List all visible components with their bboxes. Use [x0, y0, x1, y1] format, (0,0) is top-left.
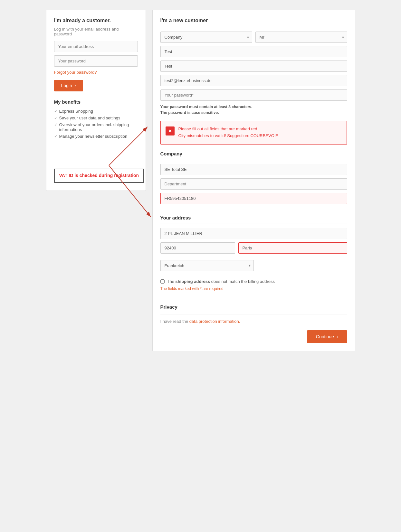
customer-type-select[interactable]: Company Private: [160, 32, 252, 43]
privacy-text: I have read the data protection informat…: [160, 319, 347, 324]
continue-label: Continue: [316, 334, 334, 339]
customer-type-row: Company Private ▾ Mr Mrs ▾: [160, 32, 347, 43]
email-input[interactable]: [54, 41, 138, 52]
check-icon: ✓: [54, 116, 57, 120]
list-item: ✓ Express Shopping: [54, 108, 138, 115]
error-line1: Please fill out all fields that are mark…: [178, 126, 279, 133]
department-input[interactable]: [160, 178, 347, 190]
svg-line-3: [109, 165, 151, 217]
benefit-4: Manage your newsletter subscription: [59, 134, 128, 139]
shipping-address-row: The shipping address does not match the …: [160, 279, 347, 284]
privacy-section: Privacy I have read the data protection …: [160, 299, 347, 343]
check-icon: ✓: [54, 134, 57, 139]
error-icon: ✕: [166, 126, 175, 135]
forgot-password-link[interactable]: Forgot your password?: [54, 70, 138, 75]
privacy-pre: I have read the: [160, 319, 189, 324]
login-button[interactable]: Login ›: [54, 80, 83, 91]
street-input[interactable]: [160, 228, 347, 239]
company-section: Company: [160, 151, 347, 207]
error-messages: Please fill out all fields that are mark…: [178, 126, 279, 139]
company-section-title: Company: [160, 151, 347, 159]
list-item: ✓ Overview of your orders incl. shipping…: [54, 121, 138, 133]
benefits-section: My benefits ✓ Express Shopping ✓ Save yo…: [54, 99, 138, 140]
benefit-1: Express Shopping: [59, 109, 93, 114]
customer-type-wrapper: Company Private ▾: [160, 32, 252, 43]
country-select[interactable]: Frankreich Deutschland Österreich: [160, 260, 254, 271]
benefit-3: Overview of your orders incl. shipping i…: [59, 122, 138, 132]
last-name-input[interactable]: [160, 61, 347, 72]
existing-customer-subtitle: Log in with your email address and passw…: [54, 27, 138, 36]
existing-customer-title: I'm already a customer.: [54, 18, 138, 23]
first-name-input[interactable]: [160, 46, 347, 57]
check-icon: ✓: [54, 123, 57, 127]
error-line2: City mismatches to vat id! Suggestion: C…: [178, 133, 279, 139]
vat-id-input[interactable]: [160, 193, 347, 204]
shipping-address-checkbox[interactable]: [160, 279, 165, 284]
country-wrapper: Frankreich Deutschland Österreich ▾: [160, 260, 254, 271]
privacy-link[interactable]: data protection information.: [189, 319, 240, 324]
vat-callout-area: VAT ID is checked during registration: [54, 159, 138, 183]
benefit-2: Save your user data and settings: [59, 116, 120, 120]
continue-button[interactable]: Continue ›: [307, 330, 347, 343]
shipping-address-label: The shipping address does not match the …: [167, 279, 275, 284]
new-email-input[interactable]: [160, 75, 347, 86]
continue-row: Continue ›: [160, 330, 347, 343]
postal-city-row: [160, 242, 347, 254]
company-name-input[interactable]: [160, 164, 347, 175]
benefits-list: ✓ Express Shopping ✓ Save your user data…: [54, 108, 138, 140]
password-hint: Your password must contain at least 8 ch…: [160, 104, 347, 116]
error-box: ✕ Please fill out all fields that are ma…: [160, 121, 347, 145]
salutation-select[interactable]: Mr Mrs: [255, 32, 347, 43]
new-password-input[interactable]: [160, 89, 347, 101]
check-icon: ✓: [54, 109, 57, 114]
address-section: Your address Frankreich Deutschland Öste…: [160, 215, 347, 271]
new-customer-title: I'm a new customer: [160, 18, 347, 23]
password-hint-line1: Your password must contain at least 8 ch…: [160, 105, 253, 109]
postal-code-input[interactable]: [160, 242, 235, 254]
password-hint-line2: The password is case sensitive.: [160, 110, 219, 115]
login-arrow-icon: ›: [75, 83, 76, 88]
list-item: ✓ Manage your newsletter subscription: [54, 133, 138, 140]
password-input[interactable]: [54, 55, 138, 67]
left-panel: I'm already a customer. Log in with your…: [46, 10, 146, 191]
salutation-wrapper: Mr Mrs ▾: [255, 32, 347, 43]
privacy-title: Privacy: [160, 304, 347, 310]
benefits-title: My benefits: [54, 99, 138, 105]
login-label: Login: [61, 83, 72, 88]
address-section-title: Your address: [160, 215, 347, 223]
vat-arrow2-svg: [109, 165, 160, 223]
right-panel: I'm a new customer Company Private ▾ Mr …: [152, 10, 355, 351]
city-input[interactable]: [238, 242, 347, 254]
required-fields-note: The fields marked with * are required: [160, 286, 347, 291]
list-item: ✓ Save your user data and settings: [54, 115, 138, 121]
continue-arrow-icon: ›: [337, 334, 338, 339]
